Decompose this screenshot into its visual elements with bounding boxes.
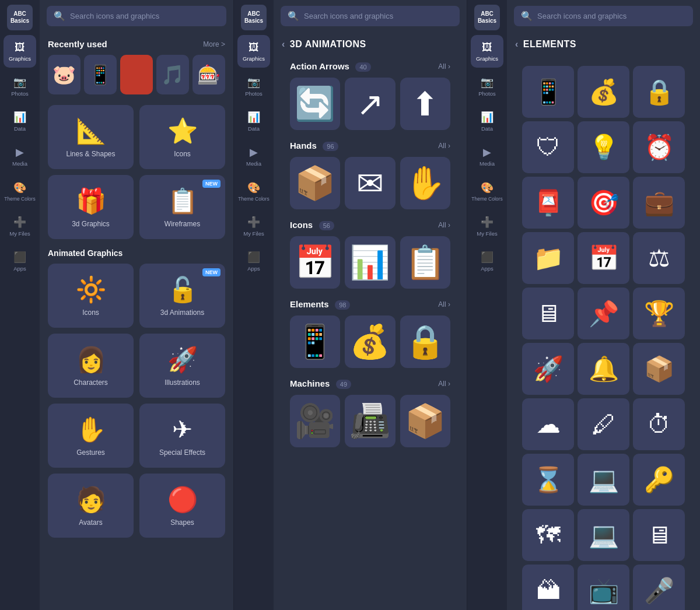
sidebar-item-media-1[interactable]: ▶ Media xyxy=(4,140,36,173)
cat-item-hand-2[interactable]: ✋ xyxy=(400,157,450,209)
3d-anim-icon: 🔓 xyxy=(167,275,198,304)
recent-item-3[interactable]: 🎵 xyxy=(156,55,189,94)
cat-item-machine-0[interactable]: 🎥 xyxy=(290,395,340,447)
element-item-21[interactable]: ⌛ xyxy=(522,454,574,506)
element-item-9[interactable]: 📁 xyxy=(522,232,574,284)
sidebar-item-files-3[interactable]: ➕ My Files xyxy=(471,210,503,243)
search-wrap-3[interactable]: 🔍 xyxy=(514,6,693,26)
category-avatars[interactable]: 🧑 Avatars xyxy=(48,474,134,538)
category-3d-graphics[interactable]: 🎁 3d Graphics xyxy=(48,175,134,239)
element-item-2[interactable]: 🔒 xyxy=(633,66,685,118)
element-item-15[interactable]: 🚀 xyxy=(522,343,574,395)
element-item-12[interactable]: 🖥 xyxy=(522,288,574,339)
cat-item-icon-2[interactable]: 📋 xyxy=(400,236,450,289)
category-wireframes[interactable]: NEW 📋 Wireframes xyxy=(139,175,225,239)
icons-3d-all[interactable]: All › xyxy=(438,221,450,229)
element-item-27[interactable]: 🏔 xyxy=(522,565,574,610)
element-item-23[interactable]: 🔑 xyxy=(633,454,685,506)
sidebar-item-apps-2[interactable]: ⬛ Apps xyxy=(237,245,270,278)
cat-item-hand-0[interactable]: 📦 xyxy=(290,157,340,209)
sidebar-item-photos-3[interactable]: 📷 Photos xyxy=(471,70,503,103)
sidebar-item-apps-3[interactable]: ⬛ Apps xyxy=(471,245,503,278)
element-item-16[interactable]: 🔔 xyxy=(578,343,629,395)
cat-item-arrow-0[interactable]: 🔄 xyxy=(290,78,340,130)
element-item-20[interactable]: ⏱ xyxy=(633,398,685,450)
recent-item-4[interactable]: 🎰 xyxy=(192,55,225,94)
category-illustrations[interactable]: 🚀 Illustrations xyxy=(139,334,225,398)
search-input-3[interactable] xyxy=(537,12,686,20)
cat-item-arrow-2[interactable]: ⬆ xyxy=(400,78,450,130)
search-input-2[interactable] xyxy=(304,12,453,20)
sidebar-item-theme-3[interactable]: 🎨 Theme Colors xyxy=(471,175,503,208)
sidebar-item-graphics-2[interactable]: 🖼 Graphics xyxy=(237,35,270,68)
sidebar-item-apps-1[interactable]: ⬛ Apps xyxy=(4,245,36,278)
cat-item-element-0[interactable]: 📱 xyxy=(290,315,340,368)
cat-item-arrow-1[interactable]: ↗ xyxy=(345,78,395,130)
sidebar-item-photos-2[interactable]: 📷 Photos xyxy=(237,70,270,103)
element-item-5[interactable]: ⏰ xyxy=(633,121,685,173)
element-item-18[interactable]: ☁ xyxy=(522,398,574,450)
element-item-7[interactable]: 🎯 xyxy=(578,177,629,229)
cat-item-element-1[interactable]: 💰 xyxy=(345,315,395,368)
recent-item-0[interactable]: 🐷 xyxy=(48,55,80,94)
category-icons[interactable]: ⭐ Icons xyxy=(139,105,225,169)
category-shapes[interactable]: 🔴 Shapes xyxy=(139,474,225,538)
element-item-26[interactable]: 🖥 xyxy=(633,509,685,561)
search-wrap-1[interactable]: 🔍 xyxy=(47,6,226,26)
action-arrows-all[interactable]: All › xyxy=(438,62,450,71)
element-item-1[interactable]: 💰 xyxy=(578,66,629,118)
element-item-24[interactable]: 🗺 xyxy=(522,509,574,561)
hands-all[interactable]: All › xyxy=(438,142,450,150)
cat-item-element-2[interactable]: 🔒 xyxy=(400,315,450,368)
cat-item-icon-1[interactable]: 📊 xyxy=(345,236,395,289)
sidebar-item-photos-1[interactable]: 📷 Photos xyxy=(4,70,36,103)
element-item-4[interactable]: 💡 xyxy=(578,121,629,173)
element-item-11[interactable]: ⚖ xyxy=(633,232,685,284)
sidebar-item-graphics-1[interactable]: 🖼 Graphics xyxy=(4,35,36,68)
sidebar-item-graphics-3[interactable]: 🖼 Graphics xyxy=(471,35,503,68)
machines-all[interactable]: All › xyxy=(438,380,450,388)
element-item-28[interactable]: 📺 xyxy=(578,565,629,610)
cat-item-machine-2[interactable]: 📦 xyxy=(400,395,450,447)
sidebar-item-data-3[interactable]: 📊 Data xyxy=(471,105,503,138)
category-3d-anim[interactable]: NEW 🔓 3d Animations xyxy=(139,264,225,328)
sidebar-item-data-1[interactable]: 📊 Data xyxy=(4,105,36,138)
element-item-14[interactable]: 🏆 xyxy=(633,288,685,339)
element-item-25[interactable]: 💻 xyxy=(578,509,629,561)
icons-3d-count: 56 xyxy=(319,221,334,230)
element-item-19[interactable]: 🖊 xyxy=(578,398,629,450)
category-gestures[interactable]: ✋ Gestures xyxy=(48,404,134,468)
back-arrow-3[interactable]: ‹ xyxy=(515,39,519,50)
cat-item-icon-0[interactable]: 📅 xyxy=(290,236,340,289)
category-characters[interactable]: 👩 Characters xyxy=(48,334,134,398)
recent-item-1[interactable]: 📱 xyxy=(84,55,117,94)
element-item-8[interactable]: 💼 xyxy=(633,177,685,229)
sidebar-item-media-3[interactable]: ▶ Media xyxy=(471,140,503,173)
category-icons-anim[interactable]: 🔆 Icons xyxy=(48,264,134,328)
more-link[interactable]: More > xyxy=(203,40,225,48)
category-lines-shapes[interactable]: 📐 Lines & Shapes xyxy=(48,105,134,169)
sidebar-item-theme-1[interactable]: 🎨 Theme Colors xyxy=(4,175,36,208)
element-item-29[interactable]: 🎤 xyxy=(633,565,685,610)
sidebar-item-files-2[interactable]: ➕ My Files xyxy=(237,210,270,243)
element-item-0[interactable]: 📱 xyxy=(522,66,574,118)
element-item-17[interactable]: 📦 xyxy=(633,343,685,395)
element-item-13[interactable]: 📌 xyxy=(578,288,629,339)
recent-item-2[interactable] xyxy=(120,55,153,94)
sidebar-label-photos-3: Photos xyxy=(478,90,496,97)
cat-item-hand-1[interactable]: ✉ xyxy=(345,157,395,209)
element-item-3[interactable]: 🛡 xyxy=(522,121,574,173)
search-wrap-2[interactable]: 🔍 xyxy=(281,6,460,26)
sidebar-item-files-1[interactable]: ➕ My Files xyxy=(4,210,36,243)
category-special-effects[interactable]: ✈ Special Effects xyxy=(139,404,225,468)
elements-all[interactable]: All › xyxy=(438,300,450,308)
element-item-6[interactable]: 📮 xyxy=(522,177,574,229)
element-item-10[interactable]: 📅 xyxy=(578,232,629,284)
sidebar-item-theme-2[interactable]: 🎨 Theme Colors xyxy=(237,175,270,208)
back-arrow-2[interactable]: ‹ xyxy=(282,39,285,50)
search-input-1[interactable] xyxy=(70,12,219,20)
sidebar-item-media-2[interactable]: ▶ Media xyxy=(237,140,270,173)
cat-item-machine-1[interactable]: 📠 xyxy=(345,395,395,447)
element-item-22[interactable]: 💻 xyxy=(578,454,629,506)
sidebar-item-data-2[interactable]: 📊 Data xyxy=(237,105,270,138)
